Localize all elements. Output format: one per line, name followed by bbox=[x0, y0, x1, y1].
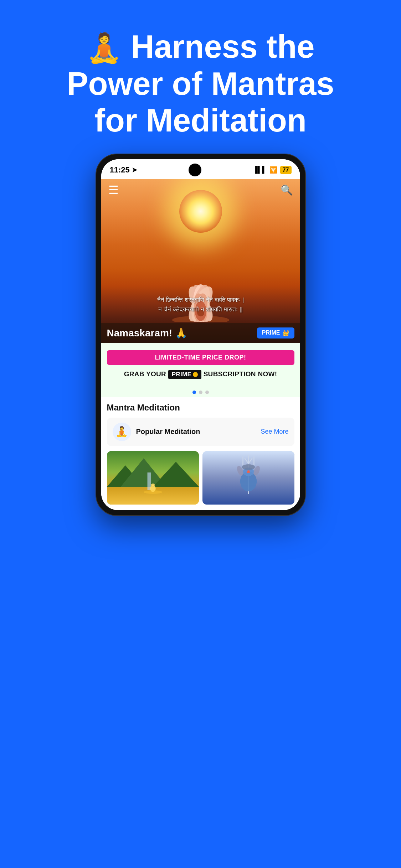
subscription-cta: GRAB YOUR PRIME SUBSCRIPTION NOW! bbox=[107, 370, 294, 379]
svg-point-16 bbox=[151, 484, 154, 486]
card-1-background bbox=[107, 451, 199, 505]
camera-notch bbox=[189, 164, 201, 176]
greeting-bar: Namaskaram! 🙏 PRIME 👑 bbox=[101, 323, 300, 343]
phone-frame: 11:25 ➤ ▐▌▌ 🛜 77 bbox=[96, 154, 306, 516]
subscription-text-after: SUBSCRIPTION NOW! bbox=[204, 370, 277, 378]
greeting-text: Namaskaram! 🙏 bbox=[107, 327, 187, 339]
hamburger-menu-icon[interactable]: ☰ bbox=[108, 184, 119, 196]
prime-badge-text: PRIME bbox=[172, 371, 191, 378]
hero-title: 🧘 Harness the Power of Mantras for Medit… bbox=[67, 29, 334, 139]
meditation-emoji: 🧘 bbox=[86, 32, 122, 64]
prime-crown-icon: 👑 bbox=[282, 330, 289, 336]
phone-mockup: 11:25 ➤ ▐▌▌ 🛜 77 bbox=[96, 154, 306, 516]
dot-2 bbox=[199, 391, 202, 394]
status-bar: 11:25 ➤ ▐▌▌ 🛜 77 bbox=[101, 159, 300, 179]
mantra-meditation-section: Mantra Meditation 🧘 Popular Meditation S… bbox=[101, 397, 300, 446]
search-icon[interactable]: 🔍 bbox=[281, 184, 293, 196]
section-title: Mantra Meditation bbox=[107, 403, 294, 413]
popular-meditation-label: Popular Meditation bbox=[136, 428, 200, 436]
promo-section: LIMITED-TIME PRICE DROP! GRAB YOUR PRIME… bbox=[101, 343, 300, 386]
status-bar-left: 11:25 ➤ bbox=[110, 165, 137, 175]
see-more-link[interactable]: See More bbox=[261, 428, 288, 435]
card-2-background bbox=[202, 451, 294, 505]
meditation-card-1[interactable] bbox=[107, 451, 199, 505]
subscription-text-before: GRAB YOUR bbox=[124, 370, 166, 378]
svg-point-26 bbox=[242, 464, 255, 470]
meditation-icon: 🧘 bbox=[113, 423, 131, 441]
svg-point-29 bbox=[247, 470, 250, 473]
battery-level: 77 bbox=[280, 166, 292, 174]
prime-badge[interactable]: PRIME 👑 bbox=[257, 327, 294, 339]
carousel-dots bbox=[101, 386, 300, 397]
sanskrit-line-2: न चैनं क्लेदयन्त्यापो न शोषयति मारुतः || bbox=[108, 305, 293, 314]
dot-1 bbox=[192, 391, 196, 394]
prime-inline-badge: PRIME bbox=[168, 370, 201, 379]
wifi-icon: 🛜 bbox=[269, 166, 277, 174]
hero-heading-section: 🧘 Harness the Power of Mantras for Medit… bbox=[45, 0, 355, 154]
dot-3 bbox=[205, 391, 209, 394]
svg-point-17 bbox=[144, 490, 162, 494]
meditation-card-grid bbox=[101, 451, 300, 510]
meditation-card-2[interactable] bbox=[202, 451, 294, 505]
prime-dot-icon bbox=[193, 372, 198, 377]
nav-overlay: ☰ 🔍 bbox=[101, 179, 300, 201]
sanskrit-line-1: नैनं छिन्दन्ति शस्त्राणि नैनं दहति पावकः… bbox=[108, 295, 293, 305]
sanskrit-text-overlay: नैनं छिन्दन्ति शस्त्राणि नैनं दहति पावकः… bbox=[101, 295, 300, 314]
hero-image-area: ☰ 🔍 नैनं छिन्दन्ति शस्त्राणि नैनं दहति प… bbox=[101, 179, 300, 343]
status-time: 11:25 bbox=[110, 165, 130, 175]
signal-icon: ▐▌▌ bbox=[253, 166, 266, 174]
prime-label: PRIME bbox=[262, 330, 280, 336]
phone-screen: 11:25 ➤ ▐▌▌ 🛜 77 bbox=[101, 159, 300, 510]
price-drop-banner[interactable]: LIMITED-TIME PRICE DROP! bbox=[107, 350, 294, 365]
popular-meditation-row[interactable]: 🧘 Popular Meditation See More bbox=[107, 418, 294, 446]
subsection-left: 🧘 Popular Meditation bbox=[113, 423, 200, 441]
location-icon: ➤ bbox=[132, 166, 137, 174]
status-bar-right: ▐▌▌ 🛜 77 bbox=[253, 166, 291, 174]
